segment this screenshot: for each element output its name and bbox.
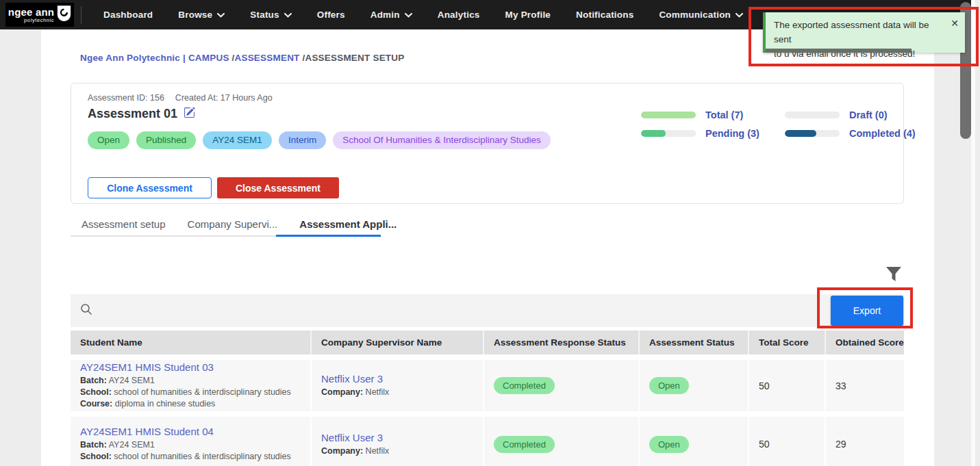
stat-pending: Pending (3) bbox=[705, 128, 759, 139]
column-header-company-supervisor: Company Supervisor Name bbox=[312, 331, 484, 354]
status-badge-published: Published bbox=[136, 131, 196, 149]
total-score-value: 50 bbox=[759, 439, 815, 450]
search-icon bbox=[80, 303, 92, 318]
breadcrumb-root[interactable]: Ngee Ann Polytechnic | CAMPUS bbox=[80, 53, 229, 63]
progress-bar-completed bbox=[785, 130, 840, 137]
table-row: AY24SEM1 HMIS Student 04 Batch: AY24 SEM… bbox=[71, 417, 904, 466]
chevron-down-icon bbox=[217, 10, 225, 20]
tab-assessment-applications[interactable]: Assessment Appli... bbox=[288, 213, 407, 235]
student-name-link[interactable]: AY24SEM1 HMIS Student 04 bbox=[80, 426, 301, 437]
close-assessment-button[interactable]: Close Assessment bbox=[217, 177, 339, 198]
breadcrumb-current: ASSESSMENT SETUP bbox=[305, 53, 404, 63]
tab-assessment-setup[interactable]: Assessment setup bbox=[71, 213, 177, 235]
stat-draft: Draft (0) bbox=[849, 109, 888, 120]
stat-total: Total (7) bbox=[705, 109, 743, 120]
active-tab-indicator bbox=[276, 235, 381, 237]
assessment-status-badge: Open bbox=[649, 436, 689, 453]
toast-message-line1: The exported assessment data will be sen… bbox=[774, 20, 929, 44]
scrollbar-gutter bbox=[975, 0, 980, 466]
assessment-status-badge: Open bbox=[649, 377, 689, 394]
navbar-divider bbox=[81, 6, 81, 24]
badge-semester: AY24 SEM1 bbox=[203, 131, 272, 149]
search-input[interactable] bbox=[71, 294, 904, 327]
obtained-score-value: 33 bbox=[835, 380, 894, 391]
breadcrumb-assessment[interactable]: ASSESSMENT bbox=[235, 53, 300, 63]
nav-item-status[interactable]: Status bbox=[250, 10, 291, 20]
ngee-ann-logo[interactable]: ngee ann polytechnic bbox=[5, 3, 74, 27]
response-status-badge: Completed bbox=[494, 436, 555, 453]
student-name-link[interactable]: AY24SEM1 HMIS Student 03 bbox=[80, 361, 301, 373]
column-header-obtained-score: Obtained Score bbox=[826, 331, 904, 354]
supervisor-name-link[interactable]: Netflix User 3 bbox=[321, 432, 473, 443]
chevron-down-icon bbox=[405, 10, 412, 20]
assessment-created-at: Created At: 17 Hours Ago bbox=[175, 93, 273, 103]
assessment-summary-card: Assessment ID: 156 Created At: 17 Hours … bbox=[71, 83, 904, 204]
clone-assessment-button[interactable]: Clone Assessment bbox=[88, 177, 212, 198]
obtained-score-value: 29 bbox=[835, 439, 894, 450]
close-icon[interactable]: ✕ bbox=[951, 18, 959, 28]
progress-bar-total bbox=[641, 112, 696, 118]
column-header-response-status: Assessment Response Status bbox=[484, 331, 640, 354]
table-header-row: Student Name Company Supervisor Name Ass… bbox=[71, 331, 904, 354]
nav-item-notifications[interactable]: Notifications bbox=[576, 10, 633, 20]
column-header-assessment-status: Assessment Status bbox=[640, 331, 749, 354]
nav-item-communication[interactable]: Communication bbox=[659, 10, 743, 20]
breadcrumb: Ngee Ann Polytechnic | CAMPUS /ASSESSMEN… bbox=[80, 53, 404, 63]
chevron-down-icon bbox=[284, 10, 292, 20]
total-score-value: 50 bbox=[759, 380, 815, 391]
nav-item-offers[interactable]: Offers bbox=[317, 10, 345, 20]
nav-item-dashboard[interactable]: Dashboard bbox=[103, 10, 153, 20]
tab-bar-divider bbox=[71, 235, 276, 237]
nav-item-browse[interactable]: Browse bbox=[178, 10, 225, 20]
page-left-gutter bbox=[0, 29, 41, 466]
status-badge-open: Open bbox=[88, 131, 129, 149]
shield-logo-icon bbox=[57, 5, 71, 25]
edit-icon[interactable] bbox=[184, 107, 195, 121]
column-header-student-name: Student Name bbox=[71, 331, 312, 354]
logo-text-line2: polytechnic bbox=[8, 18, 54, 23]
filter-icon[interactable] bbox=[886, 267, 901, 286]
tab-bar: Assessment setup Company Supervi... Asse… bbox=[71, 213, 407, 235]
export-button[interactable]: Export bbox=[831, 296, 903, 326]
nav-item-admin[interactable]: Admin bbox=[370, 10, 412, 20]
page-title: Assessment 01 bbox=[88, 107, 177, 121]
table-row: AY24SEM1 HMIS Student 03 Batch: AY24 SEM… bbox=[71, 360, 904, 411]
progress-bar-draft bbox=[785, 112, 840, 118]
chevron-down-icon bbox=[736, 10, 743, 20]
badge-interim: Interim bbox=[279, 131, 326, 149]
toast-notification: The exported assessment data will be sen… bbox=[763, 12, 965, 53]
progress-bar-pending bbox=[641, 130, 696, 137]
response-status-badge: Completed bbox=[494, 377, 555, 394]
nav-item-analytics[interactable]: Analytics bbox=[438, 10, 480, 20]
assessment-id: Assessment ID: 156 bbox=[88, 93, 164, 103]
supervisor-name-link[interactable]: Netflix User 3 bbox=[321, 373, 473, 385]
badge-school: School Of Humanities & Interdisciplinary… bbox=[333, 131, 551, 149]
tab-company-supervisor[interactable]: Company Supervi... bbox=[177, 213, 289, 235]
stat-completed: Completed (4) bbox=[849, 128, 916, 139]
column-header-total-score: Total Score bbox=[749, 331, 826, 354]
nav-item-my-profile[interactable]: My Profile bbox=[505, 10, 551, 20]
toast-progress-bar bbox=[766, 49, 912, 53]
logo-text-line1: ngee ann bbox=[8, 7, 54, 17]
